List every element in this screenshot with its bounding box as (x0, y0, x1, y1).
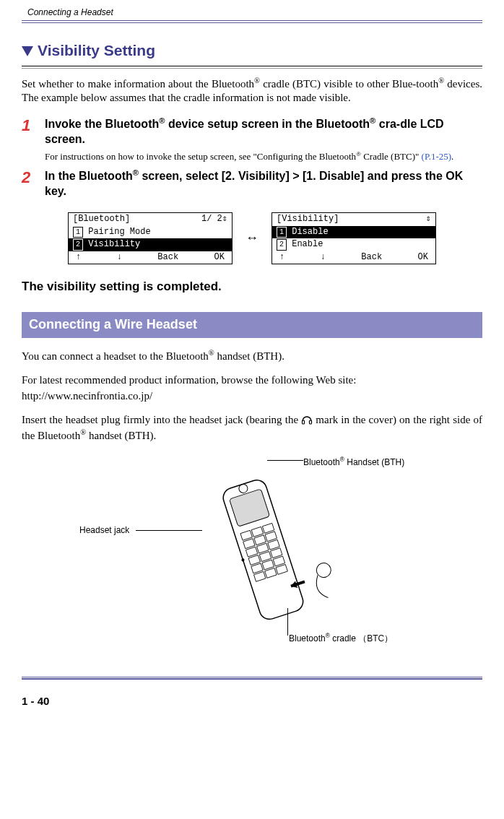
section-title-text: Visibility Setting (38, 42, 155, 58)
running-head: Connecting a Headset (27, 7, 482, 19)
step1-prefix: Invoke the Bluetooth (45, 118, 159, 130)
softkey-back[interactable]: Back (157, 252, 178, 264)
num-box-icon: 2 (277, 239, 287, 251)
lcd-bluetooth: [Bluetooth] 1/ 2⇕ 1 Pairing Mode 2 Visib… (68, 212, 233, 264)
triangle-down-icon (22, 46, 33, 56)
softkey-ok[interactable]: OK (418, 252, 428, 264)
step-body: Invoke the Bluetooth® device setup scree… (45, 116, 482, 163)
btc-suffix: cradle （BTC） (330, 633, 393, 644)
section-title-visibility: Visibility Setting (22, 40, 482, 60)
step-title: Invoke the Bluetooth® device setup scree… (45, 116, 482, 147)
softkey-down[interactable]: ↓ (321, 252, 326, 264)
note-prefix: For instructions on how to invoke the se… (45, 151, 356, 162)
step-body: In the Bluetooth® screen, select [2. Vis… (45, 168, 482, 202)
lcd-title: [Visibility] (277, 214, 339, 225)
headphone-icon (301, 414, 313, 425)
softkey-ok[interactable]: OK (214, 252, 225, 264)
lcd-item-text: Pairing Mode (83, 227, 151, 238)
callout-headset-jack: Headset jack (79, 525, 129, 537)
callout-line (267, 460, 303, 461)
svg-rect-1 (310, 420, 312, 424)
note-mid: Cradle (BTC)" (361, 151, 422, 162)
btc-prefix: Bluetooth (289, 633, 326, 644)
lcd-title-line: [Visibility] ⇕ (272, 213, 435, 226)
para3-suffix: handset (BTH). (86, 430, 156, 441)
reg-mark: ® (209, 349, 214, 357)
num-box-icon: 1 (73, 227, 83, 238)
callout-btc: Bluetooth® cradle （BTC） (289, 632, 393, 645)
reg-mark: ® (438, 77, 444, 84)
intro-prefix: Set whether to make information about th… (22, 78, 254, 90)
softkey-down[interactable]: ↓ (117, 252, 122, 264)
bth-suffix: Handset (BTH) (344, 457, 404, 467)
double-arrow-icon: ↔ (246, 230, 258, 246)
lcd-screens-row: [Bluetooth] 1/ 2⇕ 1 Pairing Mode 2 Visib… (22, 212, 482, 264)
page-number: 1 - 40 (22, 694, 482, 708)
completion-text: The visibility setting is completed. (22, 279, 482, 295)
para1-suffix: handset (BTH). (214, 350, 284, 362)
num-box-icon: 1 (277, 227, 287, 238)
step2-prefix: In the Bluetooth (45, 170, 133, 182)
para-insert-plug: Insert the headset plug firmly into the … (22, 413, 482, 443)
step-1: 1 Invoke the Bluetooth® device setup scr… (22, 116, 482, 163)
step-number: 2 (22, 168, 36, 202)
page-reference-link[interactable]: (P.1-25) (422, 151, 452, 162)
device-diagram: Bluetooth® Handset (BTH) Headset jack Bl… (22, 453, 482, 655)
num-box-icon: 2 (73, 239, 83, 251)
header-divider (22, 20, 482, 23)
lcd-visibility: [Visibility] ⇕ 1 Disable 2 Enable ↑ ↓ Ba… (271, 212, 436, 264)
subsection-bar: Connecting a Wire Headset (22, 312, 482, 337)
lcd-item-disable-selected: 1 Disable (272, 226, 435, 239)
softkey-up[interactable]: ↑ (279, 252, 284, 264)
reg-mark: ® (254, 77, 260, 84)
para-recommended: For latest recommended product informati… (22, 373, 482, 388)
url-text: http://www.necinfrontia.co.jp/ (22, 389, 482, 404)
callout-bth: Bluetooth® Handset (BTH) (303, 456, 404, 469)
softkey-up[interactable]: ↑ (76, 252, 81, 264)
step-title: In the Bluetooth® screen, select [2. Vis… (45, 168, 482, 199)
handset-illustration (173, 466, 361, 654)
intro-paragraph: Set whether to make information about th… (22, 76, 482, 105)
lcd-item-enable: 2 Enable (272, 238, 435, 251)
updown-icon: ⇕ (222, 214, 227, 225)
lcd-item-pairing: 1 Pairing Mode (69, 226, 232, 239)
section-divider (22, 66, 482, 69)
lcd-item-text: Enable (287, 239, 323, 251)
step-number: 1 (22, 116, 36, 163)
lcd-title-line: [Bluetooth] 1/ 2⇕ (69, 213, 232, 226)
callout-line (136, 530, 202, 531)
para1-prefix: You can connect a headset to the Bluetoo… (22, 350, 209, 362)
lcd-item-text: Visibility (83, 239, 140, 251)
reg-mark: ® (133, 168, 139, 177)
lcd-item-visibility-selected: 2 Visibility (69, 238, 232, 251)
intro-mid: cradle (BTC) visible to other Blue-tooth (260, 78, 438, 90)
para3-prefix: Insert the headset plug firmly into the … (22, 414, 301, 425)
spacer (339, 214, 425, 225)
step1-mid: device setup screen in the Bluetooth (165, 118, 370, 130)
lcd-title: [Bluetooth] (73, 214, 130, 225)
step-note: For instructions on how to invoke the se… (45, 150, 482, 163)
updown-icon: ⇕ (426, 214, 431, 225)
para-connect-headset: You can connect a headset to the Bluetoo… (22, 348, 482, 364)
lcd-item-text: Disable (287, 227, 329, 238)
spacer (130, 214, 201, 225)
bth-prefix: Bluetooth (303, 457, 340, 467)
step-2: 2 In the Bluetooth® screen, select [2. V… (22, 168, 482, 202)
note-suffix: . (451, 151, 453, 162)
reg-mark: ® (356, 150, 361, 157)
callout-line-vertical (287, 608, 288, 636)
lcd-softkeys: ↑ ↓ Back OK (69, 251, 232, 264)
lcd-softkeys: ↑ ↓ Back OK (272, 251, 435, 264)
svg-rect-0 (303, 420, 305, 424)
softkey-back[interactable]: Back (361, 252, 382, 264)
lcd-page-indicator: 1/ 2 (201, 214, 222, 225)
footer-divider (22, 677, 482, 680)
